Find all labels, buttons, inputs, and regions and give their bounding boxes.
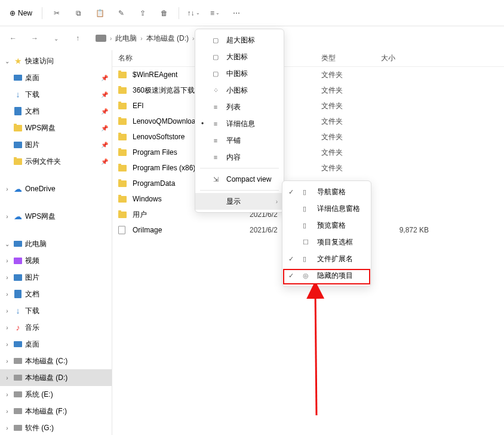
sidebar-item[interactable]: › 本地磁盘 (D:) — [0, 369, 112, 386]
menu-item[interactable]: ✓ ▯ 导航窗格 — [282, 183, 371, 200]
sidebar-item[interactable]: › 文档 — [0, 286, 112, 302]
pc-icon — [13, 239, 23, 249]
sidebar-item[interactable]: ↓ 下载 📌 — [0, 86, 112, 103]
menu-item[interactable]: ≡ 内容 — [195, 149, 284, 166]
sidebar-item[interactable]: › 视频 — [0, 252, 112, 269]
view-size-icon: ⁘ — [211, 87, 220, 94]
sidebar-wps[interactable]: › ☁ WPS网盘 — [0, 208, 112, 225]
file-row[interactable]: $WinREAgent 2:15 文件夹 — [112, 67, 504, 82]
file-row[interactable]: EFI 6 17:18 文件夹 — [112, 98, 504, 114]
sidebar-item[interactable]: 文档 📌 — [0, 103, 112, 120]
chevron-right-icon: › — [276, 198, 278, 205]
address-bar[interactable]: › 此电脑 › 本地磁盘 (D:) › — [91, 31, 499, 46]
folder-icon — [13, 106, 23, 116]
sidebar-onedrive[interactable]: › ☁ OneDrive — [0, 180, 112, 197]
up-chevron-icon[interactable]: ⌄ — [48, 30, 64, 47]
menu-item[interactable]: ▢ 大图标 — [195, 48, 284, 65]
file-icon — [118, 226, 129, 234]
menu-item[interactable]: ≡ 平铺 — [195, 132, 284, 149]
folder-icon — [118, 72, 129, 78]
delete-icon[interactable]: 🗑 — [155, 4, 174, 23]
view-size-icon: ≡ — [211, 154, 220, 161]
caret-right-icon: › — [4, 425, 11, 431]
drive-icon: ↓ — [13, 306, 23, 315]
sidebar-thispc[interactable]: ⌄ 此电脑 — [0, 235, 112, 252]
file-row[interactable]: Program Files 2:41 文件夹 — [112, 145, 504, 160]
sidebar-item[interactable]: WPS网盘 📌 — [0, 120, 112, 136]
sidebar-item[interactable]: 图片 📌 — [0, 136, 112, 153]
menu-item[interactable]: ▢ 超大图标 — [195, 32, 284, 48]
menu-item[interactable]: ☐ 项目复选框 — [282, 234, 371, 250]
forward-icon[interactable]: → — [26, 30, 43, 47]
menu-item[interactable]: • ≡ 详细信息 — [195, 115, 284, 132]
copy-icon[interactable]: ⧉ — [69, 4, 88, 23]
pin-icon: 📌 — [101, 142, 108, 148]
menu-item[interactable]: ▯ 预览窗格 — [282, 217, 371, 234]
chevron-icon: › — [140, 35, 142, 42]
up-icon[interactable]: ↑ — [69, 30, 86, 47]
menu-item[interactable]: ▯ 详细信息窗格 — [282, 200, 371, 217]
sidebar-item[interactable]: › ↓ 下载 — [0, 302, 112, 319]
menu-item[interactable]: ✓ ▯ 文件扩展名 — [282, 250, 371, 267]
menu-show[interactable]: 显示 › — [195, 193, 284, 210]
file-row[interactable]: 360极速浏览器下载 3 17:26 文件夹 — [112, 82, 504, 98]
back-icon[interactable]: ← — [5, 30, 21, 47]
col-type[interactable]: 类型 — [321, 53, 381, 63]
crumb-pc[interactable]: 此电脑 — [115, 33, 137, 44]
check-icon: ✓ — [288, 255, 297, 263]
new-label: New — [18, 9, 32, 17]
caret-right-icon: › — [4, 341, 11, 348]
sidebar-item[interactable]: › 软件 (G:) — [0, 419, 112, 435]
view-size-icon: ≡ — [211, 120, 220, 127]
menu-item[interactable]: ▢ 中图标 — [195, 65, 284, 82]
file-row[interactable]: LenovoQMDownloa 6 19:40 文件夹 — [112, 114, 504, 129]
folder-icon: ↓ — [13, 90, 23, 99]
file-row[interactable]: LenovoSoftstore 6 23:31 文件夹 — [112, 129, 504, 145]
rename-icon[interactable]: ✎ — [112, 4, 131, 23]
sort-icon[interactable]: ↑↓ ⌄ — [184, 4, 203, 23]
new-button[interactable]: ⊕ New — [5, 7, 37, 20]
sidebar-item[interactable]: › ♪ 音乐 — [0, 319, 112, 336]
pin-icon: 📌 — [101, 91, 108, 98]
sidebar-quick-access[interactable]: ⌄ ★ 快速访问 — [0, 53, 112, 69]
cut-icon[interactable]: ✂ — [47, 4, 66, 23]
caret-right-icon: › — [4, 213, 11, 220]
drive-icon — [13, 356, 23, 366]
sidebar-item[interactable]: › 桌面 — [0, 336, 112, 353]
plus-icon: ⊕ — [10, 9, 16, 17]
view-icon[interactable]: ≡ ⌄ — [205, 4, 225, 23]
caret-right-icon: › — [4, 308, 11, 314]
caret-right-icon: › — [4, 391, 11, 398]
sidebar-item[interactable]: › 本地磁盘 (F:) — [0, 403, 112, 419]
drive-icon — [13, 373, 23, 382]
pane-icon: ▯ — [303, 188, 311, 196]
share-icon[interactable]: ⇪ — [133, 4, 152, 23]
show-submenu: ✓ ▯ 导航窗格 ▯ 详细信息窗格 ▯ 预览窗格 ☐ 项目复选框 ✓ ▯ 文件扩… — [282, 180, 371, 287]
file-row[interactable]: Program Files (x86) 6 15:00 文件夹 — [112, 160, 504, 176]
col-size[interactable]: 大小 — [381, 53, 429, 63]
sidebar-item[interactable]: 示例文件夹 📌 — [0, 153, 112, 170]
more-icon[interactable]: ⋯ — [227, 4, 246, 23]
view-size-icon: ▢ — [211, 36, 220, 44]
drive-icon — [13, 390, 23, 399]
menu-item[interactable]: ✓ ◎ 隐藏的项目 — [282, 267, 371, 284]
pane-icon: ◎ — [303, 272, 311, 280]
cloud-icon: ☁ — [13, 184, 23, 194]
sidebar-item[interactable]: › 系统 (E:) — [0, 386, 112, 403]
chevron-icon: › — [192, 35, 194, 42]
sidebar-item[interactable]: › 图片 — [0, 269, 112, 286]
check-icon: ✓ — [288, 272, 297, 280]
caret-down-icon: ⌄ — [4, 58, 11, 65]
view-size-icon: ▢ — [211, 53, 220, 61]
pane-icon: ▯ — [303, 255, 311, 263]
caret-right-icon: › — [4, 324, 11, 331]
caret-right-icon: › — [4, 408, 11, 415]
crumb-drive[interactable]: 本地磁盘 (D:) — [146, 33, 189, 44]
menu-item[interactable]: ⁘ 小图标 — [195, 82, 284, 99]
sidebar-item[interactable]: 桌面 📌 — [0, 69, 112, 86]
menu-compact-view[interactable]: ⇲ Compact view — [195, 171, 284, 188]
folder-icon — [118, 165, 129, 171]
sidebar-item[interactable]: › 本地磁盘 (C:) — [0, 353, 112, 369]
paste-icon[interactable]: 📋 — [90, 4, 109, 23]
menu-item[interactable]: ≡ 列表 — [195, 99, 284, 115]
